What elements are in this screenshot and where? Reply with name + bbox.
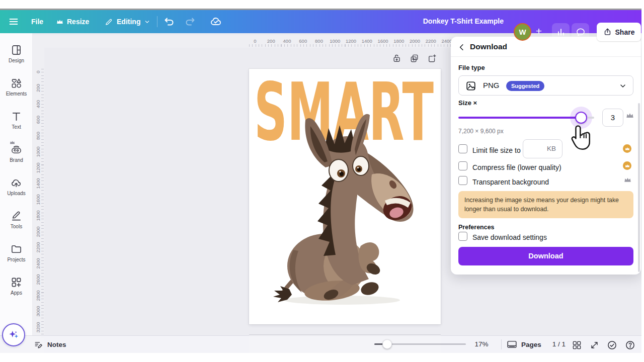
file-type-value: PNG: [483, 81, 500, 89]
brand-icon: [11, 144, 22, 155]
redo-button[interactable]: [181, 14, 199, 30]
size-slider-handle[interactable]: [575, 112, 587, 124]
sidebar-item-projects[interactable]: Projects: [0, 243, 33, 272]
limit-file-size-label: Limit file size to: [472, 146, 521, 154]
cloud-save-status-button[interactable]: [206, 14, 225, 30]
size-slider-track[interactable]: [458, 117, 581, 119]
grid-view-icon[interactable]: [570, 338, 583, 351]
add-member-button[interactable]: +: [532, 24, 545, 39]
h-ruler-label: 1400: [358, 38, 375, 44]
notes-button[interactable]: Notes: [31, 338, 69, 351]
fullscreen-icon[interactable]: [588, 338, 601, 351]
magic-sparkle-icon: [7, 328, 20, 341]
v-ruler-label: 1400: [36, 176, 41, 191]
sidebar-item-text[interactable]: Text: [0, 111, 33, 139]
size-warning-message: Increasing the image size means your des…: [458, 191, 633, 218]
premium-crown-badge: [623, 144, 631, 153]
image-file-icon: [465, 80, 476, 92]
hamburger-menu-icon: [8, 16, 19, 27]
crown-icon: [56, 19, 63, 25]
window-top-edge: [0, 9, 644, 10]
h-ruler-label: 400: [279, 38, 296, 44]
screen-margin-right: [641, 0, 644, 362]
file-size-kb-input[interactable]: KB: [523, 139, 562, 158]
preferences-label: Preferences: [458, 224, 495, 231]
pages-button[interactable]: Pages: [507, 338, 541, 350]
add-page-icon[interactable]: [427, 53, 438, 64]
ai-assistant-button[interactable]: [2, 323, 25, 346]
toolbar-divider: [157, 16, 157, 27]
h-ruler-label: 600: [294, 38, 311, 44]
crown-icon: [626, 113, 634, 119]
transparent-background-checkbox[interactable]: [458, 176, 467, 185]
duplicate-page-icon[interactable]: [409, 53, 420, 64]
size-slider-track-rest[interactable]: [588, 117, 594, 119]
v-ruler-label: 1600: [36, 192, 41, 207]
avatar[interactable]: W: [514, 23, 531, 41]
document-title[interactable]: Donkey T-Shirt Example: [423, 17, 504, 25]
crown-icon: [624, 177, 631, 183]
comments-button[interactable]: [572, 23, 589, 41]
bottom-bar-divider: [501, 339, 502, 349]
editing-mode-button[interactable]: Editing: [100, 14, 155, 30]
v-ruler-label: 800: [36, 128, 41, 143]
h-ruler-label: 2000: [407, 38, 424, 44]
limit-file-size-checkbox[interactable]: [458, 144, 467, 153]
help-icon[interactable]: [623, 338, 636, 351]
chevron-down-icon: [619, 82, 627, 90]
check-circle-icon[interactable]: [605, 338, 618, 351]
sidebar-item-brand[interactable]: Brand: [0, 144, 33, 172]
h-ruler-label: 200: [263, 38, 280, 44]
file-type-select[interactable]: PNG Suggested: [458, 75, 633, 96]
tools-icon: [11, 210, 22, 222]
resize-button[interactable]: Resize: [51, 14, 94, 30]
undo-button[interactable]: [160, 14, 178, 30]
share-button[interactable]: Share: [597, 23, 641, 41]
premium-crown-badge: [623, 161, 631, 170]
sidebar-item-uploads[interactable]: Uploads: [0, 177, 33, 205]
redo-icon: [184, 16, 196, 28]
sidebar-item-elements[interactable]: Elements: [0, 77, 33, 106]
top-toolbar: File Resize Editing: [0, 10, 641, 33]
vertical-ruler: 0200400600800100012001400160018002000220…: [33, 48, 44, 353]
h-ruler-label: 1000: [327, 38, 344, 44]
sidebar-item-tools[interactable]: Tools: [0, 210, 33, 238]
file-type-label: File type: [458, 64, 485, 71]
save-download-settings-checkbox[interactable]: [458, 232, 467, 241]
suggested-badge: Suggested: [506, 81, 544, 91]
hamburger-menu-button[interactable]: [3, 14, 24, 30]
design-page[interactable]: SMART: [249, 69, 441, 324]
notes-icon: [34, 340, 43, 349]
v-ruler-label: 3000: [36, 304, 41, 319]
panel-scrollbar[interactable]: [638, 103, 640, 272]
v-ruler-label: 2400: [36, 256, 41, 271]
uploads-icon: [11, 177, 22, 189]
insights-button[interactable]: [552, 23, 570, 41]
transparent-background-label: Transparent background: [472, 178, 549, 186]
crown-icon: [10, 140, 15, 145]
unlock-icon[interactable]: [391, 53, 403, 64]
left-sidebar: Design Elements Text: [0, 33, 33, 353]
zoom-level[interactable]: 17%: [470, 340, 493, 348]
bottom-bar: Notes 17% Pages 1 / 1: [0, 335, 641, 353]
zoom-slider-handle[interactable]: [382, 339, 392, 349]
text-icon: [11, 111, 22, 122]
file-menu-button[interactable]: File: [26, 14, 48, 30]
screen-margin-top: [0, 0, 644, 9]
h-ruler-label: 1800: [390, 38, 408, 44]
sidebar-item-design[interactable]: Design: [0, 44, 33, 72]
h-ruler-label: 1200: [343, 38, 360, 44]
comment-bubble-icon: [576, 27, 586, 37]
canva-editor-screen: SMART: [0, 0, 644, 362]
design-artwork: SMART: [249, 69, 441, 324]
elements-icon: [11, 77, 22, 89]
h-ruler-label: 0: [247, 38, 264, 44]
back-button[interactable]: [455, 40, 469, 54]
download-button[interactable]: Download: [458, 247, 633, 265]
output-dimensions: 7,200 × 9,600 px: [458, 128, 504, 135]
sidebar-item-apps[interactable]: Apps: [0, 277, 33, 305]
size-value-input[interactable]: 3: [602, 109, 623, 127]
save-download-settings-label: Save download settings: [472, 233, 547, 241]
v-ruler-label: 2000: [36, 224, 41, 239]
compress-file-checkbox[interactable]: [458, 161, 467, 170]
